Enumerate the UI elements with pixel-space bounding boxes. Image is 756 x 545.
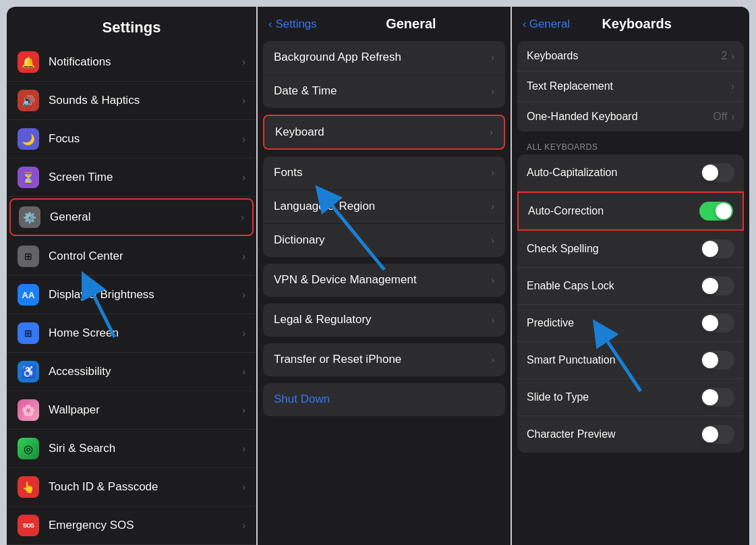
- auto-correction-label: Auto-Correction: [528, 205, 699, 217]
- fonts-label: Fonts: [274, 166, 491, 179]
- menu-item-bg-refresh[interactable]: Background App Refresh ›: [263, 41, 505, 74]
- siri-icon: ◎: [18, 438, 39, 459]
- general-chevron: ›: [241, 212, 244, 223]
- sidebar-item-accessibility[interactable]: ♿ Accessibility ›: [7, 353, 256, 391]
- right-item-predictive[interactable]: Predictive: [517, 305, 744, 342]
- right-item-auto-cap[interactable]: Auto-Capitalization: [517, 154, 744, 192]
- right-item-check-spelling[interactable]: Check Spelling: [517, 231, 744, 268]
- settings-panel: Settings 🔔 Notifications › 🔊 Sounds & Ha…: [7, 7, 256, 545]
- touchid-chevron: ›: [242, 482, 245, 492]
- control-center-chevron: ›: [242, 251, 245, 262]
- keyboards-back-button[interactable]: ‹ General: [523, 18, 570, 31]
- sidebar-item-focus[interactable]: 🌙 Focus ›: [7, 120, 256, 159]
- sidebar-item-emergency[interactable]: SOS Emergency SOS ›: [7, 507, 256, 545]
- focus-label: Focus: [49, 132, 242, 146]
- sidebar-item-screen-time[interactable]: ⏳ Screen Time ›: [7, 159, 256, 197]
- sidebar-item-home-screen[interactable]: ⊞ Home Screen ›: [7, 314, 256, 353]
- general-title: General: [322, 16, 500, 32]
- general-panel: ‹ Settings General Background App Refres…: [258, 7, 511, 545]
- text-replacement-chevron: ›: [731, 81, 734, 92]
- focus-icon: 🌙: [18, 128, 39, 150]
- keyboards-item-value: 2: [721, 50, 727, 62]
- menu-item-fonts[interactable]: Fonts ›: [263, 156, 505, 190]
- right-item-smart-punct[interactable]: Smart Punctuation: [517, 342, 744, 379]
- menu-item-transfer[interactable]: Transfer or Reset iPhone ›: [263, 343, 505, 376]
- control-center-label: Control Center: [49, 250, 242, 263]
- predictive-toggle[interactable]: [701, 314, 734, 333]
- char-preview-toggle[interactable]: [701, 425, 734, 444]
- sidebar-item-general[interactable]: ⚙️ General ›: [9, 198, 254, 236]
- sidebar-item-notifications[interactable]: 🔔 Notifications ›: [7, 43, 256, 82]
- language-chevron: ›: [491, 201, 494, 212]
- transfer-label: Transfer or Reset iPhone: [274, 353, 491, 366]
- date-time-label: Date & Time: [274, 84, 491, 98]
- menu-item-vpn[interactable]: VPN & Device Management ›: [263, 264, 505, 297]
- general-icon: ⚙️: [19, 206, 40, 228]
- menu-item-keyboard[interactable]: Keyboard ›: [263, 115, 505, 150]
- keyboards-list: Keyboards 2 › Text Replacement › One-Han…: [512, 41, 749, 545]
- right-item-caps-lock[interactable]: Enable Caps Lock: [517, 268, 744, 305]
- settings-list: 🔔 Notifications › 🔊 Sounds & Haptics › 🌙…: [7, 43, 256, 545]
- keyboards-chevron: ›: [731, 51, 734, 61]
- check-spelling-toggle[interactable]: [701, 239, 734, 258]
- screen-time-icon: ⏳: [18, 167, 39, 188]
- right-item-keyboards[interactable]: Keyboards 2 ›: [517, 41, 744, 71]
- sidebar-item-display[interactable]: AA Display & Brightness ›: [7, 276, 256, 314]
- accessibility-chevron: ›: [242, 366, 245, 377]
- general-back-button[interactable]: ‹ Settings: [268, 18, 317, 31]
- bg-refresh-chevron: ›: [491, 52, 494, 63]
- shutdown-label: Shut Down: [274, 393, 494, 406]
- sidebar-item-siri[interactable]: ◎ Siri & Search ›: [7, 430, 256, 468]
- home-screen-icon: ⊞: [18, 322, 39, 344]
- home-screen-label: Home Screen: [49, 326, 242, 340]
- general-header: ‹ Settings General: [258, 7, 511, 41]
- emergency-chevron: ›: [242, 520, 245, 531]
- right-item-text-replacement[interactable]: Text Replacement ›: [517, 71, 744, 102]
- sounds-icon: 🔊: [18, 90, 39, 111]
- sidebar-item-sounds[interactable]: 🔊 Sounds & Haptics ›: [7, 82, 256, 120]
- smart-punct-toggle[interactable]: [701, 351, 734, 370]
- slide-type-label: Slide to Type: [527, 391, 701, 403]
- keyboards-title: Keyboards: [575, 16, 698, 32]
- menu-item-dictionary[interactable]: Dictionary ›: [263, 224, 505, 257]
- touchid-label: Touch ID & Passcode: [49, 480, 242, 494]
- text-replacement-label: Text Replacement: [527, 80, 731, 92]
- sounds-chevron: ›: [242, 95, 245, 106]
- right-item-char-preview[interactable]: Character Preview: [517, 416, 744, 453]
- siri-chevron: ›: [242, 443, 245, 454]
- right-item-one-handed[interactable]: One-Handed Keyboard Off ›: [517, 102, 744, 132]
- focus-chevron: ›: [242, 134, 245, 144]
- sidebar-item-wallpaper[interactable]: 🌸 Wallpaper ›: [7, 391, 256, 430]
- notifications-icon: 🔔: [18, 51, 39, 73]
- keyboard-chevron: ›: [490, 127, 493, 138]
- right-item-auto-correction[interactable]: Auto-Correction: [517, 192, 744, 231]
- wallpaper-icon: 🌸: [18, 399, 39, 421]
- emergency-label: Emergency SOS: [49, 519, 242, 532]
- sidebar-item-control-center[interactable]: ⊞ Control Center ›: [7, 237, 256, 276]
- legal-label: Legal & Regulatory: [274, 313, 491, 326]
- sidebar-item-touchid[interactable]: 👆 Touch ID & Passcode ›: [7, 468, 256, 507]
- settings-title: Settings: [18, 19, 245, 36]
- keyboard-label: Keyboard: [275, 125, 490, 139]
- auto-cap-toggle[interactable]: [701, 163, 734, 182]
- auto-correction-toggle[interactable]: [699, 202, 733, 221]
- one-handed-chevron: ›: [731, 111, 734, 122]
- one-handed-label: One-Handed Keyboard: [527, 111, 713, 123]
- keyboards-item-label: Keyboards: [527, 50, 721, 62]
- menu-item-date-time[interactable]: Date & Time ›: [263, 75, 505, 108]
- one-handed-value: Off: [713, 111, 727, 123]
- menu-item-shutdown[interactable]: Shut Down: [263, 383, 505, 416]
- general-label: General: [50, 210, 241, 224]
- sounds-label: Sounds & Haptics: [49, 94, 242, 107]
- menu-item-legal[interactable]: Legal & Regulatory ›: [263, 304, 505, 337]
- menu-item-language[interactable]: Language & Region ›: [263, 190, 505, 223]
- transfer-chevron: ›: [491, 354, 494, 365]
- auto-cap-label: Auto-Capitalization: [527, 167, 701, 179]
- dictionary-chevron: ›: [491, 235, 494, 246]
- slide-type-toggle[interactable]: [701, 388, 734, 407]
- right-item-slide-type[interactable]: Slide to Type: [517, 379, 744, 416]
- caps-lock-toggle[interactable]: [701, 277, 734, 295]
- dictionary-label: Dictionary: [274, 233, 491, 247]
- emergency-icon: SOS: [18, 515, 39, 536]
- caps-lock-label: Enable Caps Lock: [527, 280, 701, 292]
